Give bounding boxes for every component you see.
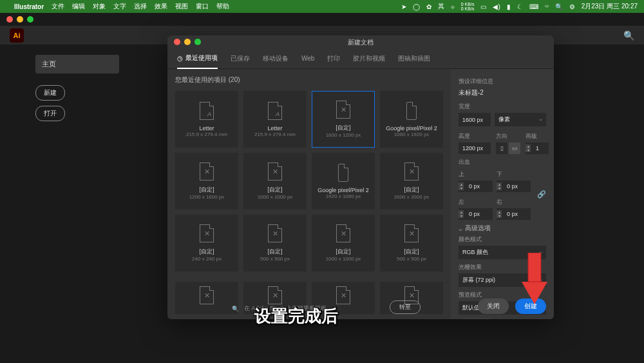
open-button[interactable]: 打开 xyxy=(35,106,65,121)
tab-print[interactable]: 打印 xyxy=(327,54,340,68)
maximize-window-icon[interactable] xyxy=(27,16,33,23)
control-center-icon[interactable]: ⚙ xyxy=(569,3,575,10)
search-icon[interactable]: 🔍 xyxy=(555,3,563,10)
link-bleed-icon[interactable]: 🔗 xyxy=(537,190,546,199)
dialog-maximize-icon[interactable] xyxy=(194,39,201,45)
sidebar-home[interactable]: 主页 xyxy=(35,55,119,74)
advanced-toggle[interactable]: ⌵高级选项 xyxy=(459,224,546,233)
template-name: [自定] xyxy=(199,248,214,256)
template-icon xyxy=(404,162,419,181)
menubar-icon[interactable]: ⟐ xyxy=(451,3,455,10)
moon-icon[interactable]: ☾ xyxy=(517,3,523,10)
template-item[interactable]: Google pixel/Pixel 2 1920 x 1080 px xyxy=(312,153,375,210)
artboard-stepper[interactable]: ▴▾ xyxy=(526,144,531,152)
height-label: 高度 xyxy=(459,132,491,141)
template-icon xyxy=(200,224,214,242)
raster-select[interactable]: 屏幕 (72 ppi) xyxy=(459,273,546,287)
template-name: Google pixel/Pixel 2 xyxy=(317,187,369,193)
template-item[interactable]: Letter 215.9 x 279.4 mm xyxy=(175,91,238,148)
template-icon xyxy=(336,286,350,304)
wechat-icon[interactable]: ✿ xyxy=(426,3,431,10)
menu-file[interactable]: 文件 xyxy=(52,2,64,11)
new-document-dialog: 新建文档 ◷最近使用项 已保存 移动设备 Web 打印 胶片和视频 图稿和插图 … xyxy=(167,35,554,319)
bleed-left[interactable] xyxy=(465,208,491,220)
tab-web[interactable]: Web xyxy=(301,54,314,68)
template-item[interactable]: Google pixel/Pixel 2 1080 x 1920 px xyxy=(380,91,443,148)
battery-icon[interactable]: ▮ xyxy=(507,3,511,10)
template-name: [自定] xyxy=(336,248,350,256)
location-icon[interactable]: ➤ xyxy=(401,3,406,10)
doc-name[interactable]: 未标题-2 xyxy=(459,88,546,97)
tab-mobile[interactable]: 移动设备 xyxy=(263,54,289,68)
wifi-icon[interactable]: ⌔ xyxy=(545,3,549,10)
tab-film[interactable]: 胶片和视频 xyxy=(353,54,385,68)
template-item[interactable]: Letter 215.9 x 279.4 mm xyxy=(243,91,307,148)
template-icon xyxy=(268,286,282,304)
template-dim: 1920 x 1080 px xyxy=(326,193,361,199)
template-item[interactable] xyxy=(175,282,238,314)
menu-type[interactable]: 文字 xyxy=(113,2,126,11)
bleed-bottom[interactable] xyxy=(503,181,529,192)
height-input[interactable] xyxy=(459,142,491,154)
tab-recent[interactable]: ◷最近使用项 xyxy=(177,54,218,69)
close-window-icon[interactable] xyxy=(6,16,13,23)
bleed-top[interactable] xyxy=(465,181,491,192)
menu-window[interactable]: 窗口 xyxy=(196,2,209,11)
new-button[interactable]: 新建 xyxy=(35,85,65,101)
recent-header: 您最近使用的项目 (20) xyxy=(175,75,443,84)
template-dim: 500 x 500 px xyxy=(397,256,426,262)
template-item[interactable]: [自定] 1000 x 1000 px xyxy=(312,215,375,271)
search-icon[interactable]: 🔍 xyxy=(623,30,634,41)
input-icon[interactable]: ⌨ xyxy=(529,3,538,10)
dialog-minimize-icon[interactable] xyxy=(184,39,191,45)
template-item[interactable]: [自定] 500 x 500 px xyxy=(243,215,307,271)
dialog-footer: 关闭 创建 xyxy=(478,299,546,314)
unit-select[interactable]: 像素 xyxy=(495,113,546,126)
volume-icon[interactable]: ◀) xyxy=(493,3,500,10)
template-dim: 1200 x 1600 px xyxy=(189,194,225,200)
template-item[interactable]: [自定] 240 x 240 px xyxy=(175,215,238,271)
app-name[interactable]: Illustrator xyxy=(14,3,44,10)
tab-art[interactable]: 图稿和插图 xyxy=(398,54,430,68)
more-settings-button[interactable]: 更多设置 xyxy=(459,319,495,319)
template-icon xyxy=(406,102,417,120)
menu-help[interactable]: 帮助 xyxy=(216,2,229,11)
create-button[interactable]: 创建 xyxy=(515,299,546,314)
orient-landscape[interactable]: ▭ xyxy=(509,142,520,154)
dialog-close-icon[interactable] xyxy=(174,39,180,45)
menubar-icon[interactable]: 其 xyxy=(438,2,444,11)
template-dim: 215.9 x 279.4 mm xyxy=(186,132,227,137)
go-button[interactable]: 转至 xyxy=(390,300,421,314)
artboard-count[interactable] xyxy=(532,142,549,154)
tab-saved[interactable]: 已保存 xyxy=(231,54,250,68)
close-button[interactable]: 关闭 xyxy=(478,299,509,314)
template-icon xyxy=(338,164,348,182)
home-sidebar: 主页 新建 打开 xyxy=(35,55,119,126)
orient-portrait[interactable]: ▯ xyxy=(496,142,507,154)
template-dim: 1600 x 1200 px xyxy=(326,132,361,138)
menu-object[interactable]: 对象 xyxy=(93,2,106,11)
menu-effect[interactable]: 效果 xyxy=(155,2,167,11)
minimize-window-icon[interactable] xyxy=(17,16,23,23)
display-icon[interactable]: ▭ xyxy=(480,3,486,10)
color-mode-select[interactable]: RGB 颜色 xyxy=(459,246,546,259)
template-item[interactable]: [自定] 1000 x 1000 px xyxy=(243,153,307,210)
illustrator-logo: Ai xyxy=(10,28,24,43)
templates-panel: 您最近使用的项目 (20) Letter 215.9 x 279.4 mm Le… xyxy=(167,69,451,319)
template-icon xyxy=(268,224,282,242)
bleed-right[interactable] xyxy=(503,208,529,220)
template-item[interactable]: [自定] 500 x 500 px xyxy=(380,215,443,271)
video-caption: 设置完成后 xyxy=(254,305,338,328)
width-input[interactable] xyxy=(459,113,491,126)
menu-view[interactable]: 视图 xyxy=(175,2,188,11)
template-item[interactable]: [自定] 1200 x 1600 px xyxy=(175,153,238,210)
template-dim: 240 x 240 px xyxy=(192,256,222,262)
menu-select[interactable]: 选择 xyxy=(134,2,147,11)
template-item[interactable]: [自定] 1600 x 1200 px xyxy=(312,91,375,148)
menu-edit[interactable]: 编辑 xyxy=(72,2,85,11)
clock[interactable]: 2月23日 周三 20:27 xyxy=(582,2,638,11)
preset-tabs: ◷最近使用项 已保存 移动设备 Web 打印 胶片和视频 图稿和插图 xyxy=(167,50,554,69)
template-name: Letter xyxy=(267,125,282,132)
template-item[interactable]: [自定] 2000 x 2000 px xyxy=(380,153,443,210)
compass-icon[interactable]: ◯ xyxy=(413,3,420,10)
